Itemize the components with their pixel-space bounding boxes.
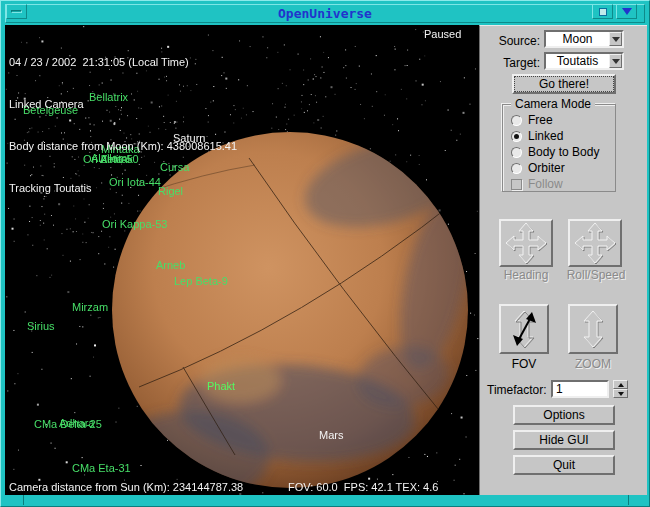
rollspeed-label: Roll/Speed [560,268,632,282]
maximize-button[interactable] [592,4,613,19]
radio-body-to-body[interactable]: Body to Body [511,145,599,159]
star-label: Lep Beta-9 [174,275,228,287]
star-label: Arneb [156,259,185,271]
timefactor-spinner [613,380,628,398]
hud-top-block: 04 / 23 / 2002 21:31:05 (Local Time) Lin… [9,27,237,223]
hud-camera-mode: Linked Camera [9,97,237,111]
fov-pad-button[interactable] [499,304,549,354]
four-way-arrow-icon [573,221,617,265]
hud-stats: FOV: 60.0 FPS: 42.1 TEX: 4.6 [288,480,438,494]
target-label: Target: [488,56,540,70]
spinner-down-button[interactable] [613,389,628,398]
paused-indicator: Paused [424,27,461,41]
radio-linked[interactable]: Linked [511,129,563,143]
radio-label: Orbiter [528,161,565,175]
camera-mode-group: Camera Mode FreeLinkedBody to BodyOrbite… [502,104,616,192]
chevron-down-icon [622,8,632,15]
camera-mode-legend: Camera Mode [511,97,595,111]
fov-arrow-icon [503,308,545,350]
target-value: Toutatis [546,54,609,68]
zoom-arrow-icon [572,308,614,350]
chevron-down-icon [612,59,620,64]
radio-icon [511,115,522,126]
quit-button[interactable]: Quit [513,455,615,475]
radio-label: Linked [528,129,563,143]
options-button[interactable]: Options [513,405,615,425]
window-title: OpenUniverse [278,6,372,21]
shade-button[interactable] [616,4,637,19]
star-label: Sirius [27,320,55,332]
resize-notch[interactable] [23,495,24,505]
star-label: Mars [319,429,343,441]
radio-icon [511,131,522,142]
star-label: CMa Delta-25 [34,418,102,430]
radio-label: Free [528,113,553,127]
follow-checkbox[interactable]: Follow [511,177,563,191]
hud-bottom-block: Camera distance from Sun (Km): 234144787… [9,452,243,495]
zoom-label: ZOOM [568,357,618,371]
hud-tracking: Tracking Toutatis [9,181,237,195]
source-dropdown[interactable]: Moon [544,30,624,48]
window-menu-button[interactable] [6,4,27,19]
rollspeed-pad-button[interactable] [568,219,622,267]
hide-gui-button[interactable]: Hide GUI [513,430,615,450]
target-dropdown-button[interactable] [609,54,622,68]
fov-label: FOV [499,357,549,371]
follow-label: Follow [528,177,563,191]
heading-label: Heading [494,268,558,282]
openuniverse-window: OpenUniverse [0,0,650,507]
target-dropdown[interactable]: Toutatis [544,52,624,70]
timefactor-label: Timefactor: [487,383,549,397]
source-label: Source: [488,34,540,48]
zoom-pad-button[interactable] [568,304,618,354]
star-label: Mirzam [72,301,108,313]
radio-icon [511,163,522,174]
timefactor-input[interactable] [551,380,609,398]
radio-label: Body to Body [528,145,599,159]
checkbox-icon [511,179,522,190]
star-label: Phakt [207,380,235,392]
go-there-button[interactable]: Go there! [512,74,616,94]
radio-icon [511,147,522,158]
radio-orbiter[interactable]: Orbiter [511,161,565,175]
control-panel: Source: Moon Target: Toutatis Go there! … [479,25,647,495]
render-viewport[interactable]: BellatrixBetelgeuseSaturnMintakaOri Zeta… [5,25,479,495]
spinner-up-button[interactable] [613,380,628,389]
hud-body-distance: Body distance from Moon (Km): 438008615.… [9,139,237,153]
source-dropdown-button[interactable] [609,32,622,46]
titlebar[interactable]: OpenUniverse [5,4,645,23]
radio-free[interactable]: Free [511,113,553,127]
maximize-icon [599,8,607,16]
four-way-arrow-icon [504,221,548,265]
window-menu-icon [11,10,22,13]
chevron-down-icon [612,37,620,42]
source-value: Moon [546,32,609,46]
hud-datetime: 04 / 23 / 2002 21:31:05 (Local Time) [9,55,237,69]
hud-sun-distance: Camera distance from Sun (Km): 234144787… [9,480,243,494]
resize-notch[interactable] [628,495,629,505]
heading-pad-button[interactable] [499,219,553,267]
